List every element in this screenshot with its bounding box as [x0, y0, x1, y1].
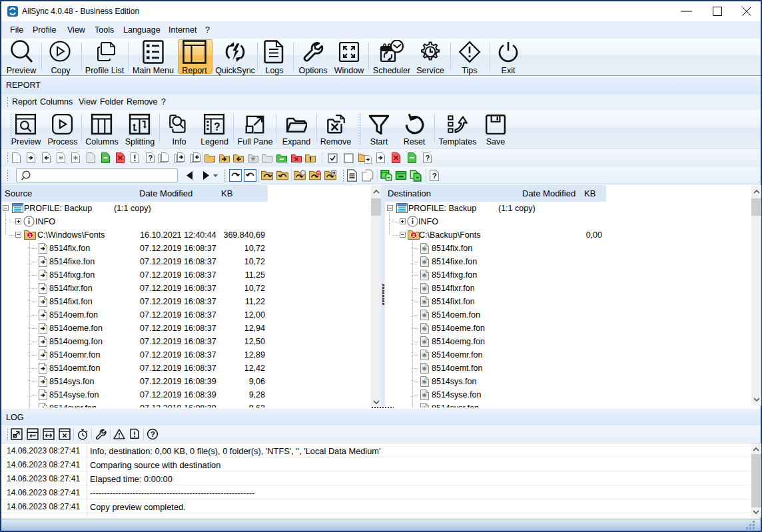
svg-text:?: ?: [426, 154, 430, 162]
svg-text:?: ?: [432, 171, 437, 180]
svg-text:2: 2: [412, 232, 415, 238]
svg-text:?: ?: [148, 154, 153, 162]
svg-text:1: 1: [29, 232, 31, 238]
